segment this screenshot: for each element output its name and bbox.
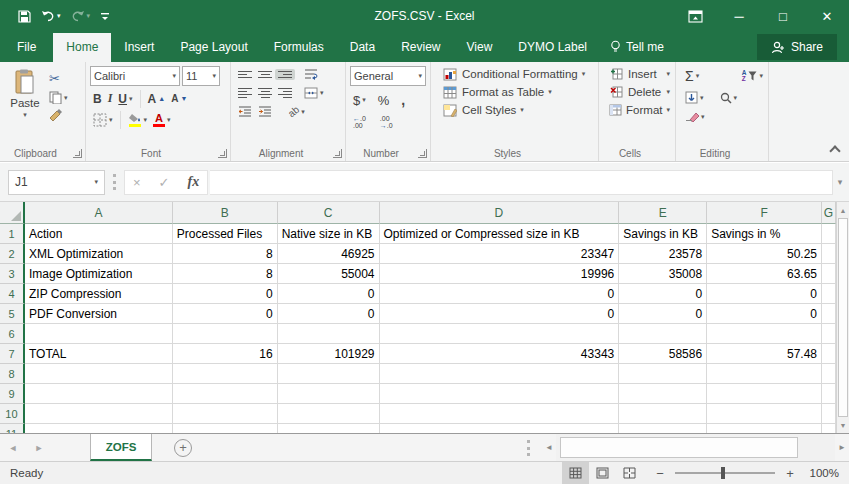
bold-button[interactable]: B (90, 90, 105, 108)
cell-G5[interactable] (822, 304, 836, 324)
cell-F5[interactable]: 0 (707, 304, 822, 324)
accounting-format-button[interactable]: $▾ (350, 91, 369, 110)
formula-input[interactable] (210, 170, 833, 195)
horizontal-scroll-track[interactable] (556, 434, 835, 461)
column-header-B[interactable]: B (173, 202, 278, 224)
autosum-dropdown-arrow[interactable]: ▾ (696, 72, 700, 80)
cell-D11[interactable] (380, 424, 620, 433)
zoom-slider-thumb[interactable] (721, 467, 725, 479)
column-header-F[interactable]: F (707, 202, 822, 224)
merge-center-button[interactable]: ▾ (301, 85, 327, 101)
tab-dymo-label[interactable]: DYMO Label (505, 33, 600, 62)
minimize-icon[interactable]: ─ (717, 0, 761, 32)
cell-G6[interactable] (822, 324, 836, 344)
cell-G9[interactable] (822, 384, 836, 404)
cell-E3[interactable]: 35008 (619, 264, 707, 284)
wrap-text-button[interactable] (301, 66, 321, 82)
cell-G2[interactable] (822, 244, 836, 264)
align-center-button[interactable] (255, 86, 275, 100)
normal-view-icon[interactable] (562, 462, 589, 484)
column-header-D[interactable]: D (380, 202, 620, 224)
cell-styles-button[interactable]: Cell Styles ▾ (439, 101, 596, 119)
autosum-button[interactable]: Σ▾ (682, 66, 702, 86)
cell-B9[interactable] (173, 384, 278, 404)
cell-F7[interactable]: 57.48 (707, 344, 822, 364)
font-color-dropdown-arrow[interactable]: ▾ (167, 116, 171, 124)
scroll-right-icon[interactable]: ► (835, 434, 849, 461)
page-break-preview-icon[interactable] (616, 462, 643, 484)
cell-C7[interactable]: 101929 (278, 344, 380, 364)
align-left-button[interactable] (235, 86, 255, 100)
number-format-select[interactable]: General▾ (350, 66, 426, 86)
vertical-scrollbar[interactable]: ▲ ▼ (836, 202, 849, 433)
increase-font-size-button[interactable]: A▲ (145, 90, 169, 108)
clear-dropdown-arrow[interactable]: ▾ (701, 113, 705, 121)
percent-style-button[interactable]: % (375, 91, 393, 110)
row-header-6[interactable]: 6 (0, 324, 25, 344)
cell-D4[interactable]: 0 (380, 284, 620, 304)
name-box[interactable]: J1 ▾ (8, 170, 105, 195)
cell-G3[interactable] (822, 264, 836, 284)
cell-E6[interactable] (619, 324, 707, 344)
cancel-entry-icon[interactable]: × (133, 175, 141, 190)
cell-G1[interactable] (822, 224, 836, 244)
cell-A4[interactable]: ZIP Compression (25, 284, 173, 304)
align-right-button[interactable] (275, 86, 295, 100)
cell-C5[interactable]: 0 (278, 304, 380, 324)
alignment-dialog-launcher[interactable] (333, 149, 342, 158)
tab-page-layout[interactable]: Page Layout (167, 33, 260, 62)
zoom-in-icon[interactable]: + (783, 466, 797, 481)
expand-formula-bar-icon[interactable]: ▾ (833, 177, 847, 187)
close-icon[interactable]: ✕ (805, 0, 849, 32)
row-header-2[interactable]: 2 (0, 244, 25, 264)
cell-G7[interactable] (822, 344, 836, 364)
undo-dropdown-arrow[interactable]: ▾ (57, 12, 61, 20)
format-as-table-button[interactable]: Format as Table ▾ (439, 83, 596, 101)
find-dropdown-arrow[interactable]: ▾ (734, 94, 738, 102)
horizontal-scrollbar[interactable]: ◄ ► (519, 434, 849, 461)
name-box-dropdown-arrow[interactable]: ▾ (94, 178, 98, 186)
cell-F6[interactable] (707, 324, 822, 344)
cell-E11[interactable] (619, 424, 707, 433)
sort-filter-dropdown-arrow[interactable]: ▾ (759, 72, 763, 80)
cell-A6[interactable] (25, 324, 173, 344)
cell-D1[interactable]: Optimized or Compressed size in KB (380, 224, 620, 244)
column-header-E[interactable]: E (619, 202, 707, 224)
row-header-3[interactable]: 3 (0, 264, 25, 284)
top-align-button[interactable] (235, 69, 255, 80)
cell-B10[interactable] (173, 404, 278, 424)
scroll-down-icon[interactable]: ▼ (837, 417, 849, 433)
page-layout-view-icon[interactable] (589, 462, 616, 484)
format-cells-button[interactable]: Format ▾ (605, 101, 673, 119)
cell-B1[interactable]: Processed Files (173, 224, 278, 244)
format-dropdown-arrow[interactable]: ▾ (666, 106, 670, 114)
cell-A2[interactable]: XML Optimization (25, 244, 173, 264)
save-icon[interactable] (14, 7, 35, 26)
cell-A9[interactable] (25, 384, 173, 404)
row-header-9[interactable]: 9 (0, 384, 25, 404)
cell-B8[interactable] (173, 364, 278, 384)
cell-D7[interactable]: 43343 (380, 344, 620, 364)
font-size-select[interactable]: 11▾ (182, 66, 220, 86)
tab-view[interactable]: View (454, 33, 506, 62)
cell-C1[interactable]: Native size in KB (278, 224, 380, 244)
cell-F8[interactable] (707, 364, 822, 384)
cell-G10[interactable] (822, 404, 836, 424)
column-header-G[interactable]: G (822, 202, 836, 224)
cell-A8[interactable] (25, 364, 173, 384)
cell-C11[interactable] (278, 424, 380, 433)
row-header-5[interactable]: 5 (0, 304, 25, 324)
cell-C6[interactable] (278, 324, 380, 344)
redo-dropdown-arrow[interactable]: ▾ (87, 12, 91, 20)
cell-E4[interactable]: 0 (619, 284, 707, 304)
bottom-align-button[interactable] (275, 69, 295, 80)
cell-C10[interactable] (278, 404, 380, 424)
middle-align-button[interactable] (255, 69, 275, 80)
column-header-A[interactable]: A (25, 202, 173, 224)
cell-E9[interactable] (619, 384, 707, 404)
increase-indent-button[interactable] (255, 104, 275, 119)
cell-A5[interactable]: PDF Conversion (25, 304, 173, 324)
scroll-left-icon[interactable]: ◄ (542, 434, 556, 461)
cell-E10[interactable] (619, 404, 707, 424)
format-painter-button[interactable] (46, 107, 71, 124)
